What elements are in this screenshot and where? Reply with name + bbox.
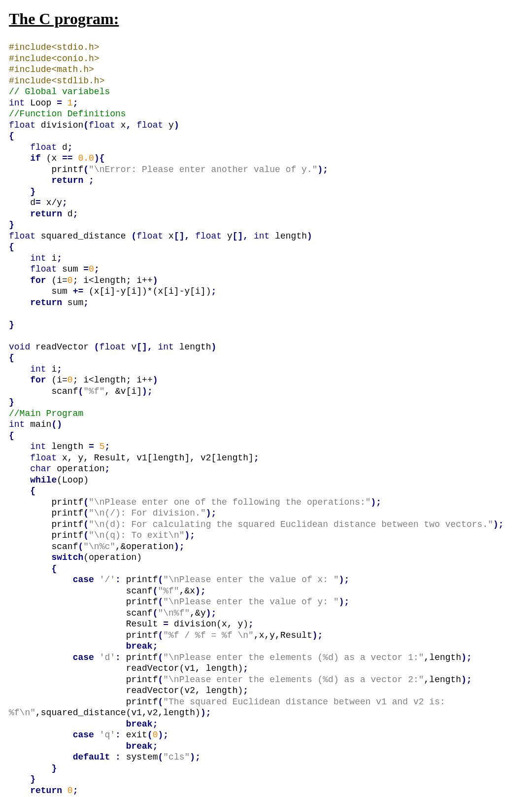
call: scanf: [51, 386, 78, 396]
function-name: division: [35, 120, 83, 130]
string: "%f / %f = %f \n": [163, 630, 254, 640]
keyword: case: [73, 730, 94, 740]
number: 0: [89, 264, 94, 274]
call: printf: [51, 165, 83, 174]
punct: ){: [94, 153, 105, 163]
char: 'd': [94, 653, 115, 662]
type-keyword: int: [158, 342, 174, 352]
number: 0.0: [73, 153, 94, 163]
call: printf: [126, 597, 158, 607]
string: "\n%f": [158, 608, 190, 618]
punct: ;: [254, 453, 259, 463]
punct: ;: [104, 464, 110, 474]
keyword: return: [30, 786, 62, 796]
expr: (i=: [46, 276, 67, 285]
call: printf: [126, 575, 158, 585]
punct: (: [158, 675, 163, 685]
param: x: [163, 231, 174, 241]
call: scanf: [51, 542, 78, 552]
page-title: The C program:: [9, 10, 523, 28]
comment: // Global variabels: [9, 87, 110, 97]
keyword: case: [73, 653, 94, 662]
include-line: #include<math.h>: [9, 65, 94, 74]
punct: ;: [62, 198, 67, 208]
punct: ;: [211, 508, 217, 518]
brace: }: [9, 320, 14, 330]
punct: ;: [200, 586, 206, 596]
call: exit: [121, 730, 147, 740]
operator: =: [163, 619, 168, 629]
comment: //Main Program: [9, 409, 83, 418]
punct: (: [78, 386, 83, 396]
keyword: break: [126, 641, 153, 651]
comment: //Function Definitions: [9, 109, 126, 119]
string: "The squared Euclidean distance between …: [163, 697, 445, 707]
type-keyword: float: [30, 142, 57, 152]
punct: ;: [318, 630, 323, 640]
call: printf: [51, 530, 83, 540]
punct: ;: [499, 520, 504, 529]
identifier: i: [46, 364, 57, 374]
expr: ; i<length; i++: [73, 375, 153, 385]
punct: ;: [67, 142, 73, 152]
number: 1: [67, 98, 73, 108]
punct: :: [115, 752, 121, 762]
include-line: #include<stdlib.h>: [9, 76, 104, 86]
type-keyword: int: [30, 364, 46, 374]
punct: ;: [153, 719, 158, 729]
call: printf: [126, 653, 158, 662]
brace: }: [51, 763, 57, 773]
args: ,squared_distance(v1,v2,length): [35, 708, 200, 718]
args: , &v[i]: [104, 386, 142, 396]
string: "\n(d): For calculating the squared Eucl…: [89, 520, 493, 529]
call: readVector(v1, length): [126, 663, 243, 673]
param: length: [174, 342, 211, 352]
type-keyword: float: [9, 231, 35, 241]
punct: ;: [57, 253, 62, 263]
punct: ): [307, 231, 312, 241]
brace: {: [9, 242, 14, 252]
punct: (: [158, 653, 164, 662]
punct: (: [158, 597, 163, 607]
punct: (: [158, 630, 163, 640]
punct: (: [83, 530, 89, 540]
punct: :: [115, 653, 121, 662]
punct: ;: [89, 175, 94, 185]
number: 0: [62, 786, 73, 796]
punct: ;: [195, 752, 200, 762]
call: printf: [51, 520, 83, 529]
keyword: return: [51, 175, 83, 185]
expr: (x[i]-y[i])*(x[i]-y[i]): [83, 286, 211, 296]
type-keyword: float: [136, 231, 163, 241]
identifier: sum: [57, 264, 83, 274]
punct: ;: [243, 663, 248, 673]
punct: ): [142, 386, 147, 396]
keyword: break: [126, 719, 153, 729]
expr: x/y: [41, 198, 62, 208]
function-name: squared_distance: [35, 231, 131, 241]
punct: (: [83, 497, 89, 507]
punct: (: [83, 120, 89, 130]
punct: ): [158, 730, 164, 740]
punct: ;: [179, 542, 185, 552]
punct: ): [318, 165, 323, 174]
number: 0: [67, 375, 73, 385]
param: y: [163, 120, 174, 130]
punct: []: [174, 231, 185, 241]
type-keyword: float: [195, 231, 222, 241]
string: "\nPlease enter the elements (%d) as a v…: [163, 653, 424, 662]
punct: (: [158, 697, 163, 707]
call: printf: [126, 630, 158, 640]
punct: ;: [83, 298, 89, 308]
type-keyword: int: [254, 231, 269, 241]
punct: (: [94, 342, 100, 352]
punct: ): [195, 586, 200, 596]
operator: =: [57, 98, 62, 108]
type-keyword: float: [89, 120, 115, 130]
punct: ;: [153, 741, 158, 751]
keyword: switch: [51, 553, 83, 562]
code-block: #include<stdio.h> #include<conio.h> #inc…: [9, 42, 523, 797]
type-keyword: int: [30, 253, 46, 263]
keyword: return: [30, 298, 62, 308]
punct: ): [153, 375, 158, 385]
